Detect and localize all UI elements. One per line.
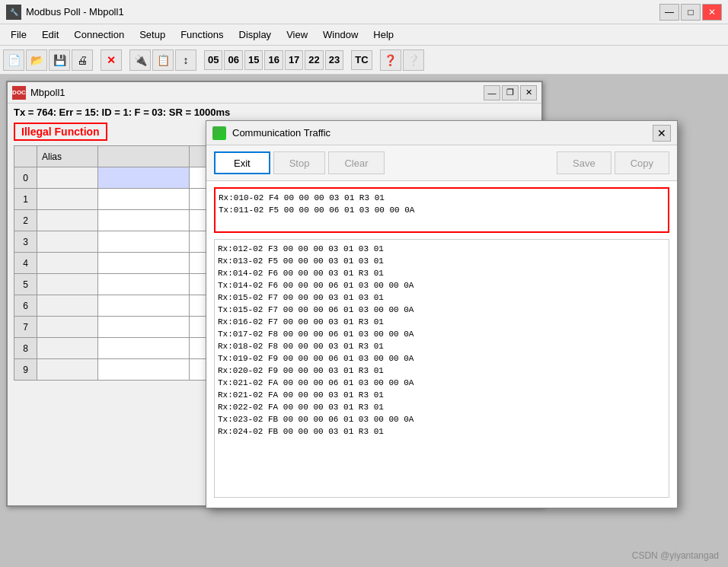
minimize-button[interactable]: — bbox=[659, 4, 679, 21]
save-toolbar-button[interactable]: 💾 bbox=[49, 49, 70, 71]
illegal-function-text: Illegal Function bbox=[14, 123, 107, 141]
alias-cell bbox=[37, 210, 98, 231]
menu-window[interactable]: Window bbox=[315, 27, 366, 42]
status-text: Tx = 764: Err = 15: ID = 1: F = 03: SR =… bbox=[8, 104, 541, 121]
highlighted-line-1: Rx:010-02 F4 00 00 00 03 01 R3 01 bbox=[219, 192, 665, 204]
mdi-title-bar: DOC Mbpoll1 — ❐ ✕ bbox=[8, 82, 541, 104]
tc-button[interactable]: TC bbox=[351, 50, 372, 70]
menu-functions[interactable]: Functions bbox=[173, 27, 231, 42]
help-icon-button[interactable]: ❓ bbox=[380, 49, 401, 71]
alias-cell bbox=[37, 167, 98, 189]
menu-setup[interactable]: Setup bbox=[132, 27, 173, 42]
fc16[interactable]: 16 bbox=[264, 50, 283, 70]
row-number: 0 bbox=[14, 167, 37, 189]
alias-cell bbox=[37, 231, 98, 253]
menu-display[interactable]: Display bbox=[231, 27, 279, 42]
value-cell bbox=[98, 253, 190, 274]
log-line: Tx:017-02 F8 00 00 00 06 01 03 00 00 0A bbox=[218, 328, 666, 340]
mdi-title: Mbpoll1 bbox=[30, 87, 484, 98]
log-line: Tx:014-02 F6 00 00 00 06 01 03 00 00 0A bbox=[218, 279, 666, 291]
log-line: Tx:019-02 F9 00 00 00 06 01 03 00 00 0A bbox=[218, 352, 666, 365]
alias-cell bbox=[37, 338, 98, 359]
menu-edit[interactable]: Edit bbox=[34, 27, 66, 42]
log-line: Rx:024-02 FB 00 00 00 03 01 R3 01 bbox=[218, 425, 666, 438]
alias-cell bbox=[37, 317, 98, 338]
row-number: 7 bbox=[14, 317, 37, 338]
connect-button[interactable]: 🔌 bbox=[129, 49, 151, 71]
menu-file[interactable]: File bbox=[3, 27, 34, 42]
value-cell[interactable] bbox=[98, 167, 190, 189]
exit-button[interactable]: Exit bbox=[214, 151, 270, 174]
print-button[interactable]: 🖨 bbox=[72, 49, 93, 71]
open-button[interactable]: 📂 bbox=[26, 49, 47, 71]
log-line: Rx:016-02 F7 00 00 00 03 01 R3 01 bbox=[218, 316, 666, 328]
log-line: Rx:014-02 F6 00 00 00 03 01 R3 01 bbox=[218, 267, 666, 279]
alias-cell bbox=[37, 189, 98, 210]
toolbar: 📄 📂 💾 🖨 ✕ 🔌 📋 ↕ 05 06 15 16 17 22 23 TC … bbox=[0, 46, 728, 75]
alias-cell bbox=[37, 274, 98, 295]
value-cell bbox=[98, 317, 190, 338]
alias-cell bbox=[37, 359, 98, 381]
grid-header-alias: Alias bbox=[37, 146, 98, 167]
mdi-maximize[interactable]: ❐ bbox=[502, 85, 519, 100]
dialog-title: Communication Traffic bbox=[232, 127, 653, 139]
title-bar: 🔧 Modbus Poll - Mbpoll1 — □ ✕ bbox=[0, 0, 728, 24]
close-button[interactable]: ✕ bbox=[702, 4, 722, 21]
log-line: Tx:015-02 F7 00 00 00 06 01 03 00 00 0A bbox=[218, 304, 666, 316]
dialog-buttons: Exit Stop Clear Save Copy bbox=[206, 145, 677, 181]
copy-button[interactable]: Copy bbox=[615, 151, 669, 174]
highlighted-traffic-area: Rx:010-02 F4 00 00 00 03 01 R3 01 Tx:011… bbox=[214, 187, 669, 233]
log-line: Rx:020-02 F9 00 00 00 03 01 R3 01 bbox=[218, 365, 666, 377]
disconnect-button[interactable]: 📋 bbox=[152, 49, 174, 71]
alias-cell bbox=[37, 295, 98, 317]
value-cell bbox=[98, 231, 190, 253]
delete-button[interactable]: ✕ bbox=[101, 49, 122, 71]
grid-header-num bbox=[14, 146, 37, 167]
log-line: Rx:013-02 F5 00 00 00 03 01 03 01 bbox=[218, 255, 666, 267]
value-cell bbox=[98, 189, 190, 210]
mdi-controls: — ❐ ✕ bbox=[484, 85, 537, 100]
row-number: 1 bbox=[14, 189, 37, 210]
fc23[interactable]: 23 bbox=[325, 50, 343, 70]
main-area: DOC Mbpoll1 — ❐ ✕ Tx = 764: Err = 15: ID… bbox=[0, 75, 728, 567]
menu-connection[interactable]: Connection bbox=[66, 27, 132, 42]
log-line: Rx:021-02 FA 00 00 00 03 01 R3 01 bbox=[218, 389, 666, 401]
grid-header-val bbox=[98, 146, 190, 167]
menu-view[interactable]: View bbox=[279, 27, 315, 42]
menu-help[interactable]: Help bbox=[366, 27, 401, 42]
read-button[interactable]: ↕ bbox=[175, 49, 196, 71]
save-button[interactable]: Save bbox=[557, 151, 611, 174]
log-line: Rx:018-02 F8 00 00 00 03 01 R3 01 bbox=[218, 340, 666, 352]
app-icon: 🔧 bbox=[6, 5, 21, 20]
value-cell bbox=[98, 274, 190, 295]
comm-traffic-dialog: Communication Traffic ✕ Exit Stop Clear … bbox=[206, 120, 678, 508]
fc06[interactable]: 06 bbox=[224, 50, 242, 70]
log-line: Rx:022-02 FA 00 00 00 03 01 R3 01 bbox=[218, 401, 666, 413]
row-number: 9 bbox=[14, 359, 37, 381]
about-button[interactable]: ❔ bbox=[403, 49, 424, 71]
row-number: 6 bbox=[14, 295, 37, 317]
clear-button[interactable]: Clear bbox=[328, 151, 384, 174]
dialog-title-bar: Communication Traffic ✕ bbox=[206, 121, 677, 145]
mdi-icon: DOC bbox=[12, 86, 26, 100]
row-number: 4 bbox=[14, 253, 37, 274]
dialog-icon bbox=[212, 126, 226, 140]
fc22[interactable]: 22 bbox=[305, 50, 323, 70]
traffic-log[interactable]: Rx:012-02 F3 00 00 00 03 01 03 01Rx:013-… bbox=[214, 239, 669, 498]
maximize-button[interactable]: □ bbox=[681, 4, 701, 21]
log-line: Tx:021-02 FA 00 00 00 06 01 03 00 00 0A bbox=[218, 377, 666, 389]
fc05[interactable]: 05 bbox=[204, 50, 222, 70]
new-button[interactable]: 📄 bbox=[3, 49, 24, 71]
fc17[interactable]: 17 bbox=[285, 50, 303, 70]
dialog-close-button[interactable]: ✕ bbox=[653, 125, 671, 142]
log-line: Rx:012-02 F3 00 00 00 03 01 03 01 bbox=[218, 243, 666, 255]
menu-bar: File Edit Connection Setup Functions Dis… bbox=[0, 24, 728, 46]
mdi-close[interactable]: ✕ bbox=[520, 85, 537, 100]
row-number: 3 bbox=[14, 231, 37, 253]
stop-button[interactable]: Stop bbox=[273, 151, 326, 174]
fc15[interactable]: 15 bbox=[244, 50, 263, 70]
alias-cell bbox=[37, 253, 98, 274]
mdi-minimize[interactable]: — bbox=[484, 85, 500, 100]
row-number: 2 bbox=[14, 210, 37, 231]
value-cell bbox=[98, 210, 190, 231]
